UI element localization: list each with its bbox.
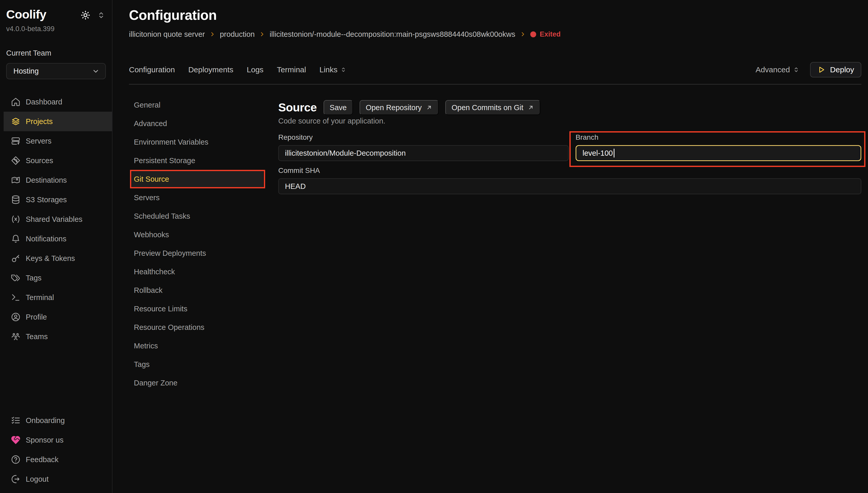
subnav-scheduled-tasks[interactable]: Scheduled Tasks	[129, 207, 265, 226]
subnav-metrics[interactable]: Metrics	[129, 337, 265, 355]
sidebar-item-notifications[interactable]: Notifications	[4, 229, 112, 249]
repository-label: Repository	[278, 133, 569, 142]
tab-configuration[interactable]: Configuration	[129, 65, 175, 74]
app-logo: Coolify	[6, 7, 46, 21]
sidebar-item-terminal[interactable]: Terminal	[4, 288, 112, 307]
chevron-right-icon	[210, 31, 215, 37]
external-link-icon	[426, 104, 432, 111]
chevrons-up-down-icon	[792, 66, 800, 73]
sidebar-item-sources[interactable]: Sources	[4, 151, 112, 170]
sidebar-item-label: Shared Variables	[26, 215, 82, 223]
source-heading: Source	[278, 101, 317, 114]
database-icon	[11, 195, 21, 205]
sidebar-item-keys-tokens[interactable]: Keys & Tokens	[4, 249, 112, 268]
deploy-button[interactable]: Deploy	[810, 62, 861, 78]
subnav-servers[interactable]: Servers	[129, 188, 265, 207]
sidebar-item-label: Servers	[26, 137, 51, 145]
subnav-webhooks[interactable]: Webhooks	[129, 226, 265, 244]
subnav-advanced[interactable]: Advanced	[129, 114, 265, 133]
sidebar: Coolify v4.0.0-beta.399 Current Team Hos…	[0, 0, 112, 493]
subnav-git-source[interactable]: Git Source	[131, 170, 263, 188]
external-link-icon	[527, 104, 534, 111]
subnav-general[interactable]: General	[129, 96, 265, 114]
sidebar-item-label: S3 Storages	[26, 196, 67, 204]
divider	[129, 84, 861, 85]
subnav-resource-limits[interactable]: Resource Limits	[129, 300, 265, 318]
tab-bar: Configuration Deployments Logs Terminal …	[129, 61, 861, 78]
subnav-environment-variables[interactable]: Environment Variables	[129, 133, 265, 151]
chevron-right-icon	[520, 31, 526, 37]
play-icon	[817, 66, 826, 74]
sidebar-footer-nav: Onboarding Sponsor us Feedback Logout	[0, 411, 112, 493]
sidebar-item-label: Teams	[26, 333, 48, 341]
breadcrumb-project[interactable]: illicitonion quote server	[129, 30, 205, 39]
subnav-healthcheck[interactable]: Healthcheck	[129, 262, 265, 281]
open-commits-button[interactable]: Open Commits on Git	[445, 100, 540, 115]
sidebar-item-destinations[interactable]: Destinations	[4, 170, 112, 190]
server-icon	[11, 136, 21, 146]
user-circle-icon	[11, 312, 21, 322]
open-repository-button[interactable]: Open Repository	[360, 100, 439, 115]
breadcrumb-application[interactable]: illicitestonion/-module--decomposition:m…	[270, 30, 515, 39]
team-section: Current Team Hosting	[0, 49, 112, 79]
sidebar-item-label: Profile	[26, 313, 47, 321]
sidebar-item-teams[interactable]: Teams	[4, 327, 112, 346]
sidebar-item-label: Feedback	[26, 455, 59, 464]
repository-input[interactable]: illicitestonion/Module-Decomposition	[278, 145, 569, 161]
sidebar-item-dashboard[interactable]: Dashboard	[4, 92, 112, 112]
sidebar-item-label: Sponsor us	[26, 436, 64, 444]
subnav-tags[interactable]: Tags	[129, 355, 265, 373]
sidebar-header: Coolify v4.0.0-beta.399	[0, 0, 112, 33]
heart-hands-icon	[11, 435, 21, 445]
sidebar-item-s3-storages[interactable]: S3 Storages	[4, 190, 112, 210]
sidebar-item-sponsor-us[interactable]: Sponsor us	[4, 430, 112, 450]
coolify-app: Coolify v4.0.0-beta.399 Current Team Hos…	[0, 0, 868, 493]
sidebar-item-servers[interactable]: Servers	[4, 131, 112, 151]
chevrons-up-down-icon	[340, 66, 347, 73]
subnav-rollback[interactable]: Rollback	[129, 281, 265, 300]
sidebar-item-feedback[interactable]: Feedback	[4, 450, 112, 469]
sidebar-item-shared-variables[interactable]: Shared Variables	[4, 210, 112, 229]
terminal-icon	[11, 293, 21, 302]
subnav-resource-operations[interactable]: Resource Operations	[129, 318, 265, 337]
sidebar-item-profile[interactable]: Profile	[4, 307, 112, 327]
tab-deployments[interactable]: Deployments	[188, 65, 233, 74]
status-text: Exited	[540, 30, 560, 38]
advanced-dropdown[interactable]: Advanced	[756, 65, 800, 74]
breadcrumb-environment[interactable]: production	[220, 30, 255, 39]
subnav-persistent-storage[interactable]: Persistent Storage	[129, 151, 265, 170]
sidebar-item-projects[interactable]: Projects	[4, 112, 112, 131]
breadcrumb: illicitonion quote server production ill…	[129, 29, 560, 40]
sidebar-item-onboarding[interactable]: Onboarding	[4, 411, 112, 430]
current-team-label: Current Team	[6, 49, 106, 57]
tab-links[interactable]: Links	[319, 65, 347, 74]
git-diamond-icon	[11, 156, 21, 166]
subnav-danger-zone[interactable]: Danger Zone	[129, 373, 265, 392]
commit-sha-input[interactable]: HEAD	[278, 178, 861, 194]
branch-input[interactable]: level-100	[576, 145, 861, 161]
sidebar-item-label: Tags	[26, 274, 41, 282]
tab-logs[interactable]: Logs	[247, 65, 263, 74]
subnav-preview-deployments[interactable]: Preview Deployments	[129, 244, 265, 262]
sidebar-item-tags[interactable]: Tags	[4, 268, 112, 288]
tab-terminal[interactable]: Terminal	[277, 65, 306, 74]
sidebar-collapse-icon[interactable]	[97, 10, 106, 20]
chevron-right-icon	[259, 31, 265, 37]
help-circle-icon	[11, 455, 21, 465]
save-button[interactable]: Save	[323, 100, 353, 115]
sidebar-item-label: Dashboard	[26, 98, 62, 106]
sidebar-item-label: Destinations	[26, 176, 67, 185]
status-dot-icon	[530, 31, 536, 37]
theme-toggle-sun-icon[interactable]	[80, 10, 91, 21]
sidebar-item-logout[interactable]: Logout	[4, 469, 112, 489]
status-badge: Exited	[530, 30, 560, 38]
branch-label: Branch	[576, 133, 861, 142]
page-title: Configuration	[129, 7, 217, 23]
tags-icon	[11, 273, 21, 283]
source-description: Code source of your application.	[278, 117, 385, 125]
commit-sha-label: Commit SHA	[278, 167, 861, 175]
bell-icon	[11, 234, 21, 244]
sidebar-item-label: Notifications	[26, 235, 66, 243]
team-select[interactable]: Hosting	[6, 63, 106, 79]
variables-icon	[11, 214, 21, 224]
